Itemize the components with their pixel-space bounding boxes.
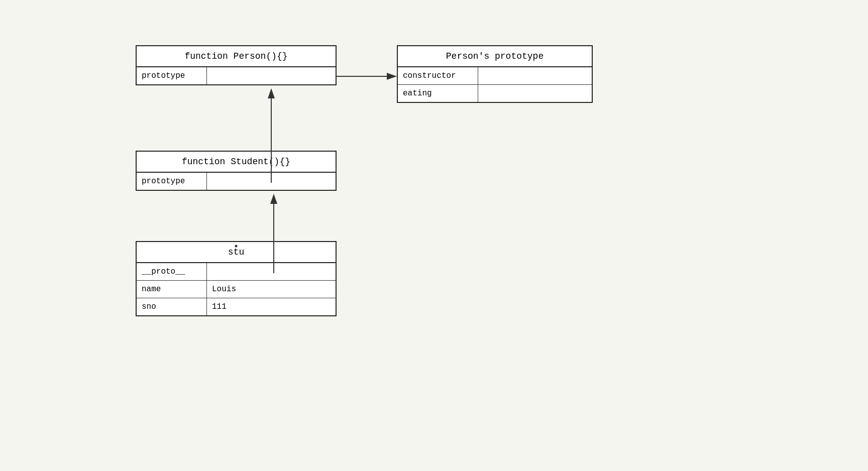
stu-name-key: name xyxy=(137,281,207,298)
person-fn-prototype-val xyxy=(207,67,336,84)
person-proto-box: Person's prototype constructor eating xyxy=(397,45,593,103)
person-fn-prototype-row: prototype xyxy=(137,67,336,84)
stu-proto-row: __proto__ xyxy=(137,263,336,281)
stu-sno-row: sno 111 xyxy=(137,298,336,315)
person-proto-eating-key: eating xyxy=(398,85,478,102)
stu-proto-key: __proto__ xyxy=(137,263,207,280)
person-fn-box: function Person(){} prototype xyxy=(136,45,337,85)
stu-box: stu __proto__ name Louis sno 111 xyxy=(136,241,337,316)
person-fn-prototype-key: prototype xyxy=(137,67,207,84)
stu-sno-val: 111 xyxy=(207,298,336,315)
student-fn-prototype-row: prototype xyxy=(137,173,336,190)
student-fn-header: function Student(){} xyxy=(137,152,336,173)
person-proto-eating-row: eating xyxy=(398,85,592,102)
person-proto-constructor-row: constructor xyxy=(398,67,592,85)
stu-name-row: name Louis xyxy=(137,281,336,298)
diagram-container: function Person(){} prototype Person's p… xyxy=(0,0,868,471)
person-proto-eating-val xyxy=(478,85,592,102)
person-proto-header: Person's prototype xyxy=(398,46,592,67)
stu-header: stu xyxy=(137,242,336,263)
stu-name-val: Louis xyxy=(207,281,336,298)
person-fn-header: function Person(){} xyxy=(137,46,336,67)
stu-sno-key: sno xyxy=(137,298,207,315)
person-proto-constructor-val xyxy=(478,67,592,84)
stu-proto-val xyxy=(207,263,336,280)
student-fn-prototype-val xyxy=(207,173,336,190)
person-proto-constructor-key: constructor xyxy=(398,67,478,84)
student-fn-prototype-key: prototype xyxy=(137,173,207,190)
student-fn-box: function Student(){} prototype xyxy=(136,151,337,191)
